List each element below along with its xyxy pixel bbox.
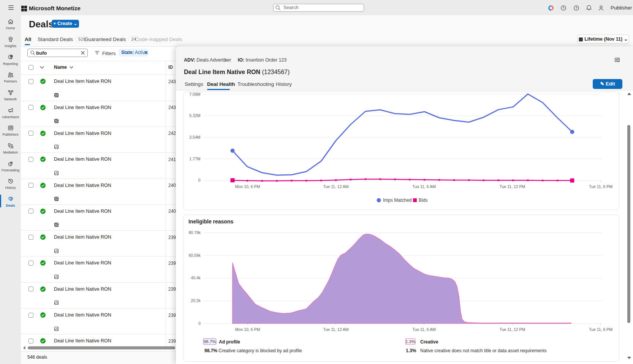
svg-text:7.09M: 7.09M <box>189 92 200 97</box>
svg-text:80.79k: 80.79k <box>188 230 201 235</box>
svg-text:Mon 10, 6 PM: Mon 10, 6 PM <box>235 184 260 189</box>
svg-text:Tue 11, 6 AM: Tue 11, 6 AM <box>412 327 435 332</box>
svg-text:0: 0 <box>198 321 201 326</box>
svg-text:Creative category is blocked b: Creative category is blocked by ad profi… <box>218 348 302 353</box>
svg-text:5.32M: 5.32M <box>189 113 200 118</box>
svg-text:98.7%: 98.7% <box>204 348 217 353</box>
svg-text:Tue 11, 6 PM: Tue 11, 6 PM <box>589 184 612 189</box>
svg-text:98.7%: 98.7% <box>204 339 216 344</box>
svg-text:Tue 11, 12 AM: Tue 11, 12 AM <box>323 327 348 332</box>
svg-text:Tue 11, 6 PM: Tue 11, 6 PM <box>589 327 612 332</box>
svg-text:3.54M: 3.54M <box>189 135 200 139</box>
svg-text:?: ? <box>575 6 577 10</box>
svg-text:Bids: Bids <box>419 198 427 203</box>
svg-text:Mon 10, 6 PM: Mon 10, 6 PM <box>235 327 260 332</box>
svg-text:60.59k: 60.59k <box>188 253 201 258</box>
svg-text:Ad profile: Ad profile <box>219 339 240 345</box>
svg-text:Tue 11, 12 PM: Tue 11, 12 PM <box>500 327 525 332</box>
svg-text:0: 0 <box>198 178 201 182</box>
svg-text:Tue 11, 6 AM: Tue 11, 6 AM <box>412 184 435 189</box>
svg-text:Imps Matched: Imps Matched <box>383 198 411 203</box>
svg-text:20.2k: 20.2k <box>191 298 201 303</box>
svg-text:Creative: Creative <box>420 339 438 345</box>
svg-text:Native creative does not match: Native creative does not match title or … <box>420 348 547 353</box>
svg-text:1.3%: 1.3% <box>406 348 416 353</box>
svg-text:1.77M: 1.77M <box>189 157 200 161</box>
svg-text:Tue 11, 12 PM: Tue 11, 12 PM <box>500 184 525 189</box>
svg-text:1.3%: 1.3% <box>405 339 415 344</box>
svg-text:40.4k: 40.4k <box>191 275 201 280</box>
svg-text:Tue 11, 12 AM: Tue 11, 12 AM <box>323 184 348 189</box>
